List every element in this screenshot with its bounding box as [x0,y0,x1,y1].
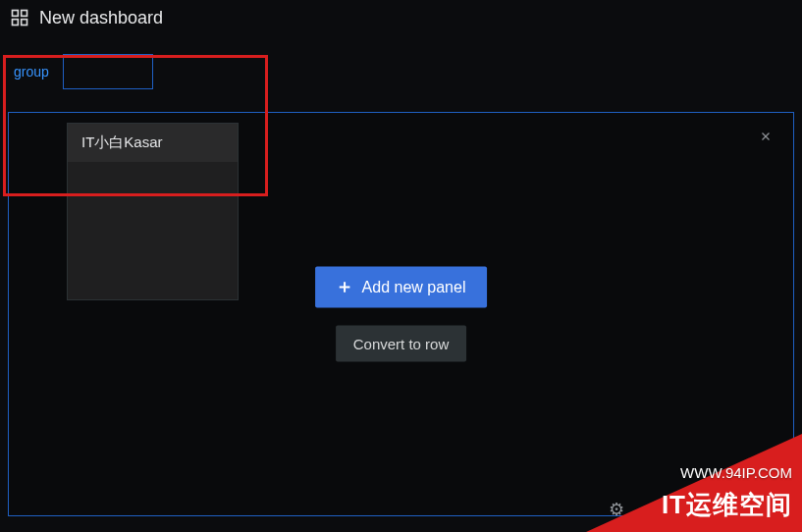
variable-input[interactable] [63,54,153,89]
svg-rect-0 [13,11,19,17]
dropdown-body [68,162,238,299]
close-icon [759,130,773,143]
page-title: New dashboard [39,8,163,28]
variable-row: group [0,35,802,94]
variable-dropdown[interactable]: IT小白Kasar [67,123,239,300]
watermark-text: IT运维空间 [662,488,792,522]
dashboard-icon [10,8,29,27]
watermark-url: WWW.94IP.COM [680,464,792,481]
settings-icon: ⚙ [609,499,624,520]
header-bar: New dashboard [0,0,802,35]
variable-label: group [14,64,49,80]
svg-rect-3 [22,20,27,26]
add-panel-label: Add new panel [362,279,466,296]
convert-to-row-button[interactable]: Convert to row [336,326,467,362]
dropdown-option[interactable]: IT小白Kasar [68,124,238,162]
panel-actions: Add new panel Convert to row [315,267,488,362]
add-new-panel-button[interactable]: Add new panel [315,267,488,308]
plus-icon [337,280,352,295]
svg-rect-2 [13,20,19,26]
close-panel-button[interactable] [756,127,775,146]
svg-rect-1 [22,11,27,17]
